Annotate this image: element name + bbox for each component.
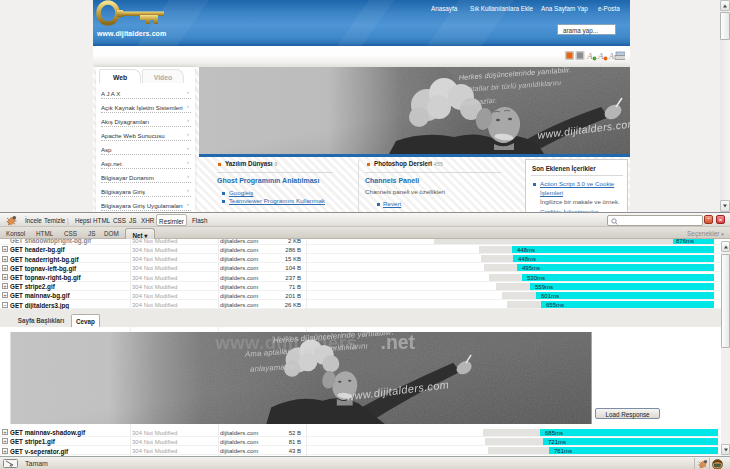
svg-text:A: A — [597, 51, 604, 61]
svg-text:A: A — [608, 52, 614, 61]
svg-text:A: A — [586, 51, 593, 61]
svg-text:www.dijitalders: www.dijitalders — [214, 332, 357, 353]
svg-text:.net: .net — [381, 332, 416, 353]
